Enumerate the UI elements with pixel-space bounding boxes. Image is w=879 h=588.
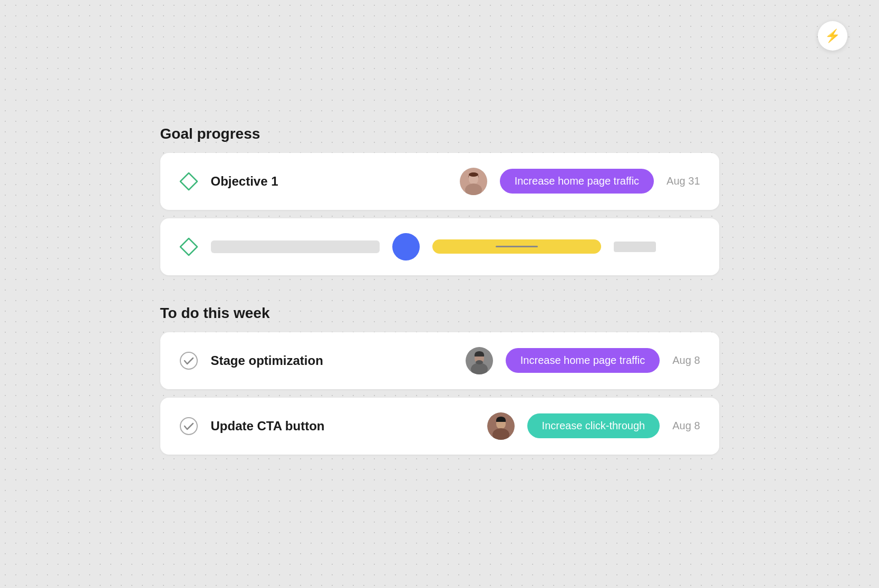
goal-1-date: Aug 31 xyxy=(667,175,700,187)
svg-point-12 xyxy=(476,360,483,364)
todo-2-title: Update CTA button xyxy=(211,419,475,433)
todo-2-avatar xyxy=(487,412,515,440)
goal-1-title: Objective 1 xyxy=(211,174,447,189)
todo-section: To do this week Stage optimization xyxy=(160,305,719,455)
section-spacer xyxy=(160,284,719,305)
avatar-man-svg xyxy=(466,347,493,374)
svg-marker-0 xyxy=(180,173,197,190)
todo-section-title: To do this week xyxy=(160,305,719,322)
todo-2-date: Aug 8 xyxy=(672,420,700,432)
goal-1-tag[interactable]: Increase home page traffic xyxy=(500,169,654,194)
todo-2-tag[interactable]: Increase click-through xyxy=(527,413,660,438)
svg-point-5 xyxy=(469,172,478,177)
goal-item-2[interactable] xyxy=(160,218,719,275)
todo-1-avatar xyxy=(466,347,493,374)
goal-2-title-placeholder xyxy=(211,240,380,253)
main-container: Goal progress Objective 1 In xyxy=(150,115,730,474)
diamond-icon-2 xyxy=(179,237,198,256)
todo-item-2[interactable]: Update CTA button Increase click-through… xyxy=(160,398,719,455)
goal-progress-title: Goal progress xyxy=(160,126,719,142)
flash-button[interactable]: ⚡ xyxy=(818,21,847,51)
avatar-asian-svg xyxy=(487,412,515,440)
goal-2-avatar xyxy=(392,233,420,261)
check-icon-2 xyxy=(179,417,198,436)
goal-2-date-placeholder xyxy=(614,242,656,252)
goal-item-1[interactable]: Objective 1 Increase home page traffic A… xyxy=(160,153,719,210)
todo-1-tag[interactable]: Increase home page traffic xyxy=(506,348,660,373)
goal-1-avatar xyxy=(460,168,487,195)
flash-icon: ⚡ xyxy=(825,28,841,43)
diamond-icon-1 xyxy=(179,172,198,191)
todo-item-1[interactable]: Stage optimization Increase home page tr… xyxy=(160,332,719,389)
svg-point-7 xyxy=(180,352,197,369)
todo-1-date: Aug 8 xyxy=(672,354,700,367)
avatar-woman-svg xyxy=(460,168,487,195)
goal-2-tag[interactable] xyxy=(432,239,601,254)
check-icon-1 xyxy=(179,351,198,370)
goal-progress-section: Goal progress Objective 1 In xyxy=(160,126,719,275)
todo-1-title: Stage optimization xyxy=(211,353,453,368)
goal-2-tag-line xyxy=(496,246,538,247)
svg-marker-6 xyxy=(180,238,197,255)
svg-point-13 xyxy=(180,418,197,435)
